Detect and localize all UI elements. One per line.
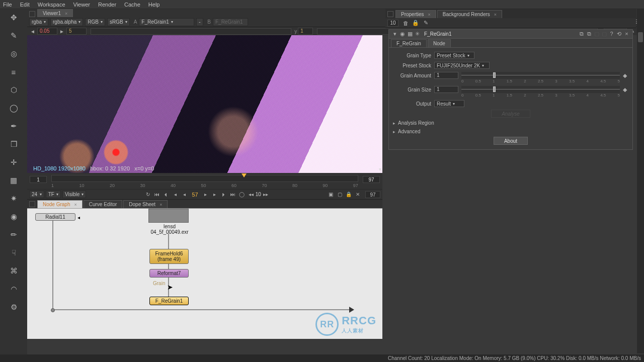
menu-cache[interactable]: Cache [124, 2, 140, 8]
viewer-tab[interactable]: Viewer1 × [37, 9, 73, 17]
menu-render[interactable]: Render [98, 2, 116, 8]
newview-icon[interactable]: ▢ [335, 191, 344, 199]
circle-tool-icon[interactable]: ◯ [8, 103, 19, 114]
wipe-select[interactable]: - [196, 18, 203, 26]
time-ruler[interactable] [51, 175, 358, 182]
float-icon[interactable]: ⧉ [578, 31, 585, 37]
spark-tool-icon[interactable]: ✷ [8, 193, 19, 204]
output-select[interactable]: Result [434, 100, 464, 107]
viewer-menu-icon[interactable]: ▾ [379, 166, 381, 172]
grain-size-slider[interactable]: 0 0.5 1 1.5 2 2.5 3 3.5 4 4.5 5 [461, 86, 620, 93]
node-reformat[interactable]: Reformat7 [149, 269, 189, 278]
node-regrain[interactable]: F_ReGrain1 [149, 297, 189, 305]
viewer-canvas[interactable]: HD_1080 1920x1080 bbox: 0 32 1920 x=0 y=… [27, 35, 382, 173]
nav-left-icon[interactable]: ◄ [29, 29, 36, 34]
menu-help[interactable]: Help [148, 2, 160, 8]
close-icon[interactable]: × [494, 12, 497, 17]
panel-slot[interactable]: 10 [387, 20, 398, 27]
to-end-icon[interactable]: ⏭ [228, 191, 237, 199]
lock-panel-icon[interactable]: 🔒 [412, 19, 420, 27]
graph-icon[interactable]: ✳ [414, 31, 421, 37]
tab-dope-sheet[interactable]: Dope Sheet × [123, 200, 168, 208]
info-ruler[interactable] [91, 28, 291, 35]
tf-select[interactable]: TF [46, 191, 61, 198]
close-icon[interactable]: × [74, 202, 76, 207]
clear-all-icon[interactable]: 🗑 [401, 19, 410, 27]
close-icon[interactable]: × [65, 11, 67, 16]
menu-viewer[interactable]: Viewer [73, 2, 90, 8]
end-frame-field[interactable]: 97 [365, 191, 380, 198]
cube-tool-icon[interactable]: ❒ [8, 139, 19, 150]
b-input-select[interactable]: F_ReGrain1 [213, 18, 248, 26]
visible-select[interactable]: Visible [62, 191, 86, 198]
target-tool-icon[interactable]: ◎ [8, 48, 19, 59]
tab-bg-renders[interactable]: Background Renders × [437, 10, 502, 18]
play-back-icon[interactable]: ◂ [180, 191, 189, 199]
close-panel-icon[interactable]: × [623, 31, 630, 37]
subtab-node[interactable]: Node [428, 39, 451, 47]
preset-stock-select[interactable]: FUJIF250Under 2K [434, 62, 490, 69]
tab-curve-editor[interactable]: Curve Editor [84, 200, 123, 208]
timeline[interactable]: 1 97 1 10 20 30 40 50 60 70 80 90 97 [27, 173, 382, 189]
node-read-thumb[interactable] [148, 209, 189, 223]
node-radial[interactable]: Radial11 ◂ [35, 213, 75, 221]
pen-tool-icon[interactable]: ✒ [8, 121, 19, 132]
center-icon[interactable]: ◉ [398, 31, 406, 37]
val-red[interactable]: 0.05 [37, 28, 57, 35]
close-icon[interactable]: × [428, 12, 431, 17]
tab-node-graph[interactable]: Node Graph × [37, 200, 83, 208]
dup-icon[interactable]: ⧉ [585, 31, 593, 37]
gear-tool-icon[interactable]: ⚙ [8, 302, 19, 313]
list-tool-icon[interactable]: ≡ [8, 66, 19, 77]
lut-select[interactable]: sRGB [107, 18, 130, 26]
grain-type-select[interactable]: Preset Stock [434, 52, 474, 59]
node-read[interactable]: lensd 04_5f_00049.exr [147, 224, 192, 235]
y-value[interactable]: 1 [298, 28, 313, 35]
arc-tool-icon[interactable]: ◠ [8, 284, 19, 295]
node-framehold[interactable]: FrameHold6 (frame 49) [149, 249, 189, 264]
box-tool-icon[interactable]: ▦ [8, 175, 19, 186]
step-fwd-icon[interactable]: ▸ [210, 191, 219, 199]
record-tool-icon[interactable]: ◉ [8, 211, 19, 222]
anim-icon[interactable]: ◆ [621, 86, 628, 93]
plus-tool-icon[interactable]: ✛ [8, 157, 19, 168]
collapse-icon[interactable]: ▾ [391, 31, 398, 37]
pin-tool-icon[interactable]: ✎ [8, 30, 19, 41]
fullscreen-icon[interactable]: ▣ [326, 191, 335, 199]
first-frame-field[interactable]: 1 [30, 176, 47, 183]
skip-back-icon[interactable]: ◂◂ [247, 191, 256, 199]
help-icon[interactable]: ? [608, 31, 615, 37]
loop-icon[interactable]: ↻ [143, 191, 152, 199]
node-graph[interactable]: Radial11 ◂ lensd 04_5f_00049.exr FrameHo… [27, 208, 382, 339]
link-tool-icon[interactable]: ⌘ [8, 265, 19, 277]
channel-select[interactable]: rgba [29, 18, 48, 26]
range-icon[interactable]: ◯ [237, 191, 247, 199]
panel-pin-icon[interactable] [29, 201, 35, 207]
fps-select[interactable]: 24 [29, 191, 44, 198]
edit-panel-icon[interactable]: ✎ [422, 19, 430, 27]
tab-properties[interactable]: Properties × [395, 10, 436, 18]
lock-icon[interactable]: 🔒 [344, 191, 353, 199]
menu-workspace[interactable]: Workspace [38, 2, 65, 8]
panel-pin-icon[interactable] [387, 11, 393, 17]
polygon-tool-icon[interactable]: ⬡ [8, 84, 19, 96]
vertical-scrollbar[interactable] [637, 9, 644, 353]
current-frame[interactable]: 57 [192, 192, 198, 198]
val-y[interactable]: 5 [66, 28, 87, 35]
grain-amount-slider[interactable]: 0 0.5 1 1.5 2 2.5 3 3.5 4 4.5 5 [461, 72, 620, 79]
brush-tool-icon[interactable]: ✏ [8, 229, 19, 240]
anim-icon[interactable]: ◆ [621, 72, 628, 79]
close-icon[interactable]: × [159, 202, 162, 207]
grain-amount-field[interactable]: 1 [434, 72, 458, 79]
dot-node[interactable] [51, 308, 55, 312]
playhead-icon[interactable] [242, 173, 247, 177]
alpha-select[interactable]: rgba.alpha [50, 18, 83, 26]
to-start-icon[interactable]: ⏮ [152, 191, 162, 199]
menu-edit[interactable]: Edit [20, 2, 30, 8]
nav-right-icon[interactable]: ► [58, 29, 65, 34]
subtab-regrain[interactable]: F_ReGrain [391, 39, 427, 47]
a-input-select[interactable]: F_ReGrain1 [139, 18, 194, 26]
panel-header[interactable]: ▾ ◉ ▦ ✳ F_ReGrain1 ⧉ ⧉ ▢ ▢ ? ⟲ × [389, 30, 632, 39]
skip-fwd-icon[interactable]: ▸▸ [261, 191, 270, 199]
last-frame-field[interactable]: 97 [363, 176, 380, 183]
